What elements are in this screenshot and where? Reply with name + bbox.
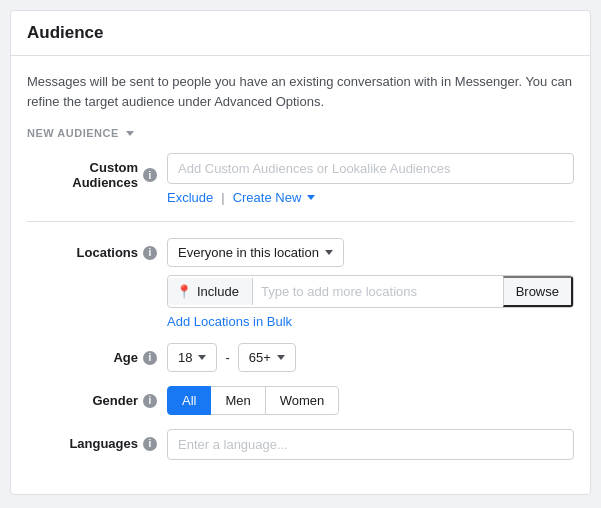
languages-row: Languages i	[27, 429, 574, 460]
age-min-dropdown[interactable]: 18	[167, 343, 217, 372]
location-search-input[interactable]	[253, 277, 503, 306]
languages-info-icon[interactable]: i	[143, 437, 157, 451]
age-max-chevron-icon	[277, 355, 285, 360]
custom-audiences-info-icon[interactable]: i	[143, 168, 157, 182]
age-content: 18 - 65+	[167, 343, 574, 372]
age-dash: -	[225, 350, 229, 365]
new-audience-chevron-icon[interactable]	[126, 131, 134, 136]
custom-audiences-label-container: Custom Audiences i	[27, 153, 157, 190]
browse-button[interactable]: Browse	[503, 276, 573, 307]
gender-men-button[interactable]: Men	[210, 386, 265, 415]
custom-audiences-row: Custom Audiences i Exclude | Create New	[27, 153, 574, 205]
new-audience-section: NEW AUDIENCE	[27, 127, 574, 139]
gender-women-button[interactable]: Women	[265, 386, 340, 415]
custom-audiences-content: Exclude | Create New	[167, 153, 574, 205]
location-input-row: 📍 Include Browse	[167, 275, 574, 308]
age-min-chevron-icon	[198, 355, 206, 360]
languages-content	[167, 429, 574, 460]
gender-all-label: All	[182, 393, 196, 408]
location-dropdown-chevron-icon	[325, 250, 333, 255]
locations-row: Locations i Everyone in this location 📍 …	[27, 238, 574, 329]
languages-label: Languages	[69, 436, 138, 451]
gender-label-container: Gender i	[27, 386, 157, 408]
gender-info-icon[interactable]: i	[143, 394, 157, 408]
card-title: Audience	[27, 23, 574, 43]
gender-row: Gender i All Men Women	[27, 386, 574, 415]
location-type-value: Everyone in this location	[178, 245, 319, 260]
link-separator: |	[221, 190, 224, 205]
audience-card: Audience Messages will be sent to people…	[10, 10, 591, 495]
exclude-link[interactable]: Exclude	[167, 190, 213, 205]
divider-1	[27, 221, 574, 222]
card-header: Audience	[11, 11, 590, 56]
age-max-value: 65+	[249, 350, 271, 365]
gender-all-button[interactable]: All	[167, 386, 211, 415]
age-controls: 18 - 65+	[167, 343, 574, 372]
gender-content: All Men Women	[167, 386, 574, 415]
age-info-icon[interactable]: i	[143, 351, 157, 365]
pin-icon: 📍	[176, 284, 192, 299]
custom-audiences-input[interactable]	[167, 153, 574, 184]
locations-content: Everyone in this location 📍 Include Brow…	[167, 238, 574, 329]
age-label: Age	[113, 350, 138, 365]
location-type-dropdown[interactable]: Everyone in this location	[167, 238, 344, 267]
languages-input[interactable]	[167, 429, 574, 460]
custom-audiences-links: Exclude | Create New	[167, 190, 574, 205]
create-new-label: Create New	[233, 190, 302, 205]
age-row: Age i 18 - 65+	[27, 343, 574, 372]
include-dropdown[interactable]: 📍 Include	[168, 278, 253, 305]
create-new-button[interactable]: Create New	[233, 190, 316, 205]
gender-men-label: Men	[225, 393, 250, 408]
card-body: Messages will be sent to people you have…	[11, 56, 590, 494]
new-audience-label: NEW AUDIENCE	[27, 127, 119, 139]
custom-audiences-label: Custom Audiences	[27, 160, 138, 190]
include-label: Include	[197, 284, 239, 299]
gender-women-label: Women	[280, 393, 325, 408]
description-text: Messages will be sent to people you have…	[27, 72, 574, 111]
locations-label: Locations	[77, 245, 138, 260]
locations-label-container: Locations i	[27, 238, 157, 260]
gender-button-group: All Men Women	[167, 386, 574, 415]
age-label-container: Age i	[27, 343, 157, 365]
add-locations-bulk-link[interactable]: Add Locations in Bulk	[167, 314, 574, 329]
age-max-dropdown[interactable]: 65+	[238, 343, 296, 372]
languages-label-container: Languages i	[27, 429, 157, 451]
locations-info-icon[interactable]: i	[143, 246, 157, 260]
age-min-value: 18	[178, 350, 192, 365]
create-new-chevron-icon	[307, 195, 315, 200]
gender-label: Gender	[92, 393, 138, 408]
